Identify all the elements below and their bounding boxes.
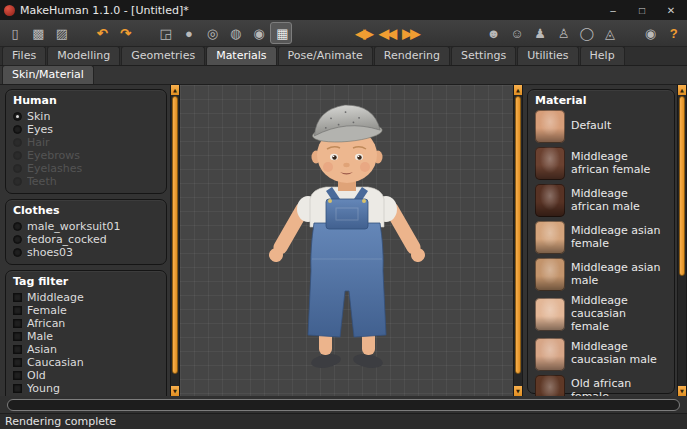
radio-icon [13,177,22,186]
checkbox-caucasian[interactable]: Caucasian [13,356,159,369]
checkbox-old[interactable]: Old [13,369,159,382]
makehuman-window: MakeHuman 1.1.0 - [Untitled]* – □ ✕ ▯ ▩ … [0,0,687,429]
radio-shoes03[interactable]: shoes03 [13,246,159,259]
clothes-group-title: Clothes [13,204,159,217]
scrollbar-track[interactable] [171,95,179,386]
wireframe-sphere-icon[interactable]: ◎ [200,22,222,44]
checkbox-middleage[interactable]: Middleage [13,291,159,304]
tab-utilities[interactable]: Utilities [517,46,578,65]
head-front-view-icon[interactable]: ☻ [481,22,503,44]
material-item-middleage-caucasian-female[interactable]: Middleage caucasian female [535,295,667,334]
tab-materials[interactable]: Materials [206,46,276,65]
material-thumbnail [535,338,565,371]
subdivide-sphere-icon[interactable]: ◉ [247,22,269,44]
material-label: Default [571,120,611,133]
tab-pose-animate[interactable]: Pose/Animate [278,46,373,65]
radio-label: Skin [27,110,50,123]
material-group-title: Material [535,94,667,107]
symmetry-both-icon[interactable]: ▶▶ [399,22,421,44]
scrollbar-track[interactable] [678,95,686,386]
tab-modelling[interactable]: Modelling [47,46,120,65]
titlebar: MakeHuman 1.1.0 - [Untitled]* – □ ✕ [0,0,687,20]
viewport-right-scrollbar[interactable]: ▲ ▼ [513,85,523,396]
minimize-button[interactable]: – [601,2,625,18]
material-item-middleage-asian-male[interactable]: Middleage asian male [535,258,667,291]
undo-icon[interactable]: ↶ [90,22,112,44]
checkbox-young[interactable]: Young [13,382,159,395]
scrollbar-track[interactable] [514,95,522,386]
tab-settings[interactable]: Settings [451,46,516,65]
scroll-down-icon[interactable]: ▼ [171,386,179,396]
human-group-title: Human [13,94,159,107]
scroll-up-icon[interactable]: ▲ [678,85,686,95]
body-front-view-icon[interactable]: ♟ [528,22,550,44]
orbit-view-icon[interactable]: ◯ [575,22,597,44]
tab-rendering[interactable]: Rendering [374,46,450,65]
material-thumbnail [535,110,565,143]
checkbox-asian[interactable]: Asian [13,343,159,356]
clothes-groupbox: Clothes male_worksuit01 fedora_cocked sh… [5,199,167,265]
eye-icon[interactable]: ◉ [638,22,660,44]
save-icon[interactable]: ▩ [26,22,48,44]
scrollbar-thumb[interactable] [679,96,685,276]
symmetry-right-icon[interactable]: ◀◀ [376,22,398,44]
scrollbar-thumb[interactable] [515,96,521,374]
grid-view-icon[interactable]: ▦ [270,22,292,44]
checkbox-label: Asian [27,343,57,356]
radio-eyes[interactable]: Eyes [13,123,159,136]
material-label: Middleage asian female [571,225,667,251]
help-icon[interactable]: ? [662,22,684,44]
checkbox-female[interactable]: Female [13,304,159,317]
scroll-up-icon[interactable]: ▲ [171,85,179,95]
tab-geometries[interactable]: Geometries [121,46,205,65]
scrollbar-thumb[interactable] [172,96,178,374]
radio-icon [13,125,22,134]
pose-view-icon[interactable]: ◬ [598,22,620,44]
material-item-old-african-female[interactable]: Old african female [535,375,667,396]
radio-icon [13,248,22,257]
makehuman-logo-icon [4,5,15,16]
radio-skin[interactable]: Skin [13,110,159,123]
body-side-view-icon[interactable]: ♙ [551,22,573,44]
material-thumbnail [535,184,565,217]
material-item-default[interactable]: Default [535,110,667,143]
subtab-skin-material[interactable]: Skin/Material [2,65,94,84]
checkbox-african[interactable]: African [13,317,159,330]
material-scrollbar[interactable]: ▲ ▼ [677,85,687,396]
grab-screen-icon[interactable]: ◲ [154,22,176,44]
checkbox-male[interactable]: Male [13,330,159,343]
window-title: MakeHuman 1.1.0 - [Untitled]* [20,4,596,17]
scroll-down-icon[interactable]: ▼ [678,386,686,396]
checkbox-icon [13,319,22,328]
radio-fedora-cocked[interactable]: fedora_cocked [13,233,159,246]
scroll-down-icon[interactable]: ▼ [514,386,522,396]
material-item-middleage-african-male[interactable]: Middleage african male [535,184,667,217]
tab-files[interactable]: Files [2,46,46,65]
left-panel-scrollbar[interactable]: ▲ ▼ [170,85,180,396]
checkbox-label: Middleage [27,291,84,304]
checkbox-icon [13,345,22,354]
sub-tabbar: Skin/Material [0,66,687,85]
scroll-up-icon[interactable]: ▲ [514,85,522,95]
viewport-3d[interactable] [180,85,513,396]
checkbox-icon [13,332,22,341]
new-icon[interactable]: ▯ [3,22,25,44]
load-icon[interactable]: ▨ [50,22,72,44]
radio-label: Hair [27,136,50,149]
material-groupbox: Material Default Middleage african femal… [527,89,675,394]
maximize-button[interactable]: □ [630,2,654,18]
head-side-view-icon[interactable]: ☺ [505,22,527,44]
material-label: Middleage asian male [571,262,667,288]
material-list: Default Middleage african female Middlea… [535,110,667,396]
symmetry-left-icon[interactable]: ◀▶ [352,22,374,44]
material-label: Middleage caucasian female [571,295,667,334]
globe-grid-icon[interactable]: ◍ [224,22,246,44]
material-item-middleage-asian-female[interactable]: Middleage asian female [535,221,667,254]
tab-help[interactable]: Help [580,46,625,65]
material-item-middleage-african-female[interactable]: Middleage african female [535,147,667,180]
close-button[interactable]: ✕ [659,2,683,18]
radio-male-worksuit01[interactable]: male_worksuit01 [13,220,159,233]
smooth-sphere-icon[interactable]: ● [177,22,199,44]
redo-icon[interactable]: ↷ [113,22,135,44]
material-item-middleage-caucasian-male[interactable]: Middleage caucasian male [535,338,667,371]
